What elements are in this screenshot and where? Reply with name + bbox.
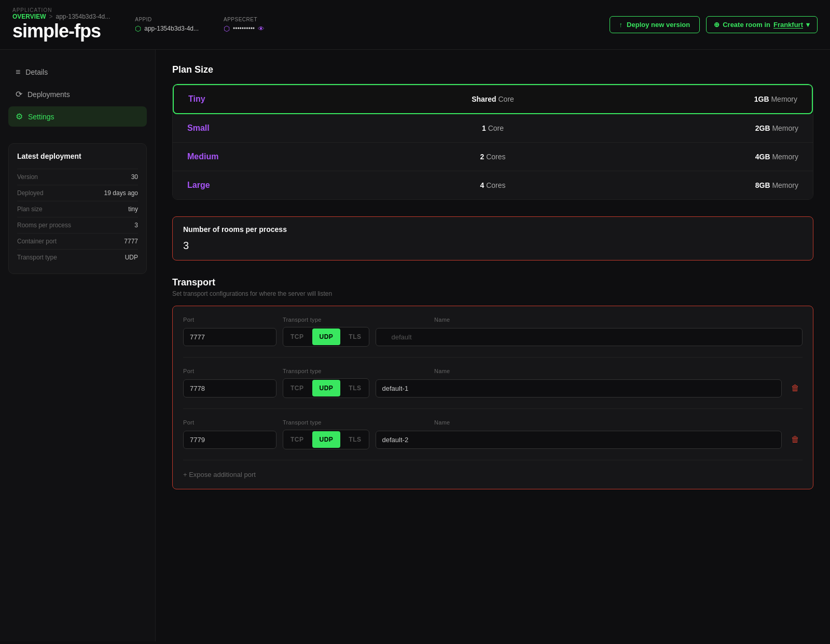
sidebar-item-deployments[interactable]: ⟳ Deployments bbox=[8, 84, 147, 104]
deploy-row-version: Version 30 bbox=[17, 169, 138, 185]
transport-key: Transport type bbox=[17, 254, 57, 261]
transport-box: Port Transport type Name TCP UDP TLS bbox=[172, 306, 813, 489]
app-info: APPLICATION OVERVIEW > app-1354b3d3-4d..… bbox=[12, 7, 110, 42]
plan-memory-large: 8GB Memory bbox=[594, 181, 798, 189]
appsecret-label: AppSecret bbox=[224, 17, 265, 22]
port-input-3[interactable] bbox=[183, 431, 276, 449]
plan-core-tiny-text: Shared Core bbox=[472, 95, 514, 103]
sidebar: ≡ Details ⟳ Deployments ⚙ Settings Lates… bbox=[0, 50, 156, 641]
create-room-icon: ⊕ bbox=[714, 21, 720, 29]
plan-card-tiny[interactable]: Tiny Shared Core 1GB Memory bbox=[173, 84, 813, 114]
create-room-button[interactable]: ⊕ Create room in Frankfurt ▾ bbox=[706, 16, 818, 33]
transport-title: Transport bbox=[172, 277, 813, 288]
breadcrumb-sep: > bbox=[49, 13, 52, 20]
deploy-row-containerport: Container port 7777 bbox=[17, 233, 138, 249]
rooms-key: Rooms per process bbox=[17, 222, 71, 229]
transport-entry-2: Port Transport type Name TCP UDP TLS 🗑 bbox=[183, 368, 803, 409]
appid-icon: ⬡ bbox=[135, 24, 141, 33]
plan-memory-small: 2GB Memory bbox=[594, 124, 798, 132]
create-room-location: Frankfurt bbox=[773, 21, 803, 29]
add-port-row[interactable]: + Expose additional port bbox=[183, 471, 803, 478]
tls-btn-2[interactable]: TLS bbox=[341, 380, 368, 396]
tls-btn-3[interactable]: TLS bbox=[341, 431, 368, 448]
chevron-down-icon[interactable]: ▾ bbox=[806, 21, 810, 29]
port-input-1[interactable] bbox=[183, 328, 276, 346]
delete-btn-2[interactable]: 🗑 bbox=[788, 381, 803, 395]
version-key: Version bbox=[17, 173, 38, 181]
appid-label: AppId bbox=[135, 17, 199, 22]
appid-value: ⬡ app-1354b3d3-4d... bbox=[135, 24, 199, 33]
header-actions: ↑ Deploy new version ⊕ Create room in Fr… bbox=[610, 16, 818, 33]
transport-val: UDP bbox=[125, 254, 138, 261]
sidebar-item-settings[interactable]: ⚙ Settings bbox=[8, 106, 147, 127]
rooms-input-box: Number of rooms per process bbox=[172, 216, 813, 261]
header: APPLICATION OVERVIEW > app-1354b3d3-4d..… bbox=[0, 0, 830, 50]
deploy-button[interactable]: ↑ Deploy new version bbox=[610, 16, 700, 33]
rooms-label: Number of rooms per process bbox=[183, 225, 803, 234]
name-label-3: Name bbox=[434, 419, 803, 426]
app-title: simple-fps bbox=[12, 20, 110, 42]
name-input-3[interactable] bbox=[376, 431, 782, 449]
name-label-2: Name bbox=[434, 368, 803, 374]
tcp-btn-3[interactable]: TCP bbox=[283, 431, 311, 448]
plan-core-small-text: 1 Core bbox=[482, 124, 504, 132]
plan-name-large: Large bbox=[187, 181, 391, 190]
plan-card-medium[interactable]: Medium 2 Cores 4GB Memory bbox=[173, 143, 813, 171]
main-content: Plan Size Tiny Shared Core 1GB Memory Sm… bbox=[156, 50, 830, 641]
plan-core-large: 4 Cores bbox=[391, 181, 595, 189]
version-val: 30 bbox=[131, 173, 138, 181]
tcp-btn-2[interactable]: TCP bbox=[283, 380, 311, 396]
main-layout: ≡ Details ⟳ Deployments ⚙ Settings Lates… bbox=[0, 50, 830, 641]
transport-section: Transport Set transport configurations f… bbox=[172, 277, 813, 489]
appsecret-text: •••••••••• bbox=[233, 25, 255, 32]
deployed-key: Deployed bbox=[17, 189, 44, 197]
tcp-btn-1[interactable]: TCP bbox=[283, 328, 311, 345]
deployments-icon: ⟳ bbox=[16, 89, 22, 99]
eye-icon[interactable]: 👁 bbox=[258, 25, 265, 33]
deploy-label: Deploy new version bbox=[627, 21, 690, 29]
name-label-1: Name bbox=[434, 317, 803, 323]
plan-core-large-text: 4 Cores bbox=[480, 181, 505, 189]
breadcrumb-app: app-1354b3d3-4d... bbox=[56, 13, 110, 20]
latest-deployment-card: Latest deployment Version 30 Deployed 19… bbox=[8, 143, 147, 274]
plansize-val: tiny bbox=[128, 205, 138, 213]
details-label: Details bbox=[25, 68, 48, 76]
plan-core-medium: 2 Cores bbox=[391, 153, 595, 161]
plan-core-small: 1 Core bbox=[391, 124, 595, 132]
rooms-input[interactable] bbox=[183, 240, 803, 252]
deploy-row-deployed: Deployed 19 days ago bbox=[17, 185, 138, 201]
transport-labels-1: Port Transport type Name bbox=[183, 317, 803, 323]
sidebar-item-details[interactable]: ≡ Details bbox=[8, 62, 147, 82]
transport-inputs-2: TCP UDP TLS 🗑 bbox=[183, 378, 803, 398]
breadcrumb-overview[interactable]: OVERVIEW bbox=[12, 13, 46, 20]
delete-btn-3[interactable]: 🗑 bbox=[788, 433, 803, 446]
plan-size-title: Plan Size bbox=[172, 64, 813, 75]
breadcrumb: OVERVIEW > app-1354b3d3-4d... bbox=[12, 13, 110, 20]
plan-card-large[interactable]: Large 4 Cores 8GB Memory bbox=[173, 171, 813, 199]
port-label-2: Port bbox=[183, 368, 276, 374]
port-input-2[interactable] bbox=[183, 379, 276, 398]
transport-desc: Set transport configurations for where t… bbox=[172, 290, 813, 297]
settings-label: Settings bbox=[28, 113, 54, 121]
deployments-label: Deployments bbox=[27, 90, 70, 99]
rooms-val: 3 bbox=[134, 222, 138, 229]
plan-card-small[interactable]: Small 1 Core 2GB Memory bbox=[173, 114, 813, 143]
containerport-key: Container port bbox=[17, 238, 57, 245]
udp-btn-3[interactable]: UDP bbox=[312, 431, 341, 448]
type-group-3: TCP UDP TLS bbox=[283, 430, 369, 449]
type-group-1: TCP UDP TLS bbox=[283, 327, 369, 347]
deploy-icon: ↑ bbox=[619, 21, 623, 29]
plan-memory-large-text: 8GB Memory bbox=[755, 181, 798, 189]
udp-btn-1[interactable]: UDP bbox=[312, 328, 341, 345]
udp-btn-2[interactable]: UDP bbox=[312, 380, 341, 396]
name-input-1[interactable] bbox=[376, 328, 803, 346]
name-input-2[interactable] bbox=[376, 379, 782, 398]
transport-entry-1: Port Transport type Name TCP UDP TLS bbox=[183, 317, 803, 358]
plan-core-medium-text: 2 Cores bbox=[480, 153, 505, 161]
deploy-row-transport: Transport type UDP bbox=[17, 249, 138, 265]
add-port-label: + Expose additional port bbox=[183, 471, 256, 478]
tls-btn-1[interactable]: TLS bbox=[341, 328, 368, 345]
transport-inputs-3: TCP UDP TLS 🗑 bbox=[183, 430, 803, 449]
plan-name-small: Small bbox=[187, 124, 391, 133]
plansize-key: Plan size bbox=[17, 205, 43, 213]
